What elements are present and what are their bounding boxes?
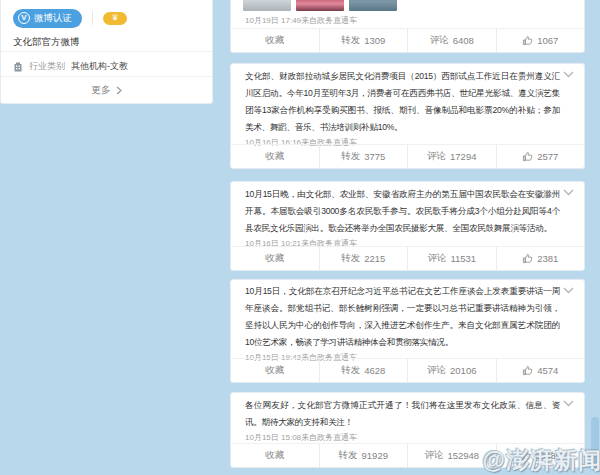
- post-action-bar: 收藏 转发4628 评论20106 4574: [231, 358, 584, 382]
- comment-count: 17294: [450, 151, 476, 162]
- favorite-button[interactable]: 收藏: [231, 145, 319, 168]
- gold-badge-icon[interactable]: ♛: [103, 12, 127, 25]
- post-photo-thumbnail[interactable]: [296, 0, 344, 11]
- badge-divider: [92, 11, 93, 25]
- like-count: 1067: [537, 35, 558, 46]
- favorite-button[interactable]: 收藏: [231, 29, 319, 52]
- favorite-button[interactable]: 收藏: [231, 444, 319, 467]
- comment-count: 152948: [447, 450, 479, 461]
- like-button[interactable]: 4574: [496, 359, 585, 382]
- comment-count: 20106: [450, 365, 476, 376]
- more-link[interactable]: 更多: [1, 82, 212, 98]
- like-count: 2381: [537, 253, 558, 264]
- like-count: 2577: [537, 151, 558, 162]
- verified-badge[interactable]: V 微博认证: [13, 9, 82, 28]
- repost-count: 91929: [362, 450, 388, 461]
- post-text: 10月15日晚，由文化部、农业部、安徽省政府主办的第五届中国农民歌会在安徽滁州开…: [245, 186, 560, 237]
- chevron-down-icon[interactable]: [563, 189, 574, 196]
- chevron-down-icon[interactable]: [563, 71, 574, 78]
- category-row: 行业类别 其他机构-文教: [13, 60, 128, 73]
- post-card: 10月19日 17:49来自政务直通车 收藏 转发1309 评论6408 106…: [230, 0, 585, 53]
- chevron-down-icon[interactable]: [563, 400, 574, 407]
- repost-count: 1309: [364, 35, 385, 46]
- post-text: 10月15日，文化部在京召开纪念习近平总书记在文艺工作座谈会上发表重要讲话一周年…: [245, 283, 560, 351]
- comment-button[interactable]: 评论17294: [407, 145, 496, 168]
- sidebar-divider: [1, 51, 212, 52]
- verified-badge-label: 微博认证: [34, 12, 72, 25]
- like-button[interactable]: 2577: [496, 145, 585, 168]
- post-action-bar: 收藏 转发2215 评论11531 2381: [231, 246, 584, 270]
- thumb-up-icon: [522, 151, 533, 162]
- comment-button[interactable]: 评论6408: [407, 29, 496, 52]
- post-card: 文化部、财政部拉动城乡居民文化消费项目（2015）西部试点工作近日在贵州遵义汇川…: [230, 63, 585, 169]
- post-photo-thumbnail[interactable]: [243, 0, 291, 11]
- post-timestamp[interactable]: 10月15日 15:08: [245, 433, 301, 442]
- comment-button[interactable]: 评论20106: [407, 359, 496, 382]
- post-action-bar: 收藏 转发3775 评论17294 2577: [231, 144, 584, 168]
- post-card: 10月15日，文化部在京召开纪念习近平总书记在文艺工作座谈会上发表重要讲话一周年…: [230, 279, 585, 383]
- more-label: 更多: [92, 84, 111, 97]
- post-timestamp[interactable]: 10月19日 17:49: [245, 16, 301, 25]
- post-photo-thumbnail[interactable]: [349, 0, 397, 11]
- post-card: 10月15日晚，由文化部、农业部、安徽省政府主办的第五届中国农民歌会在安徽滁州开…: [230, 181, 585, 271]
- post-source-link[interactable]: 来自政务直通车: [301, 433, 357, 442]
- post-content: 10月15日，文化部在京召开纪念习近平总书记在文艺工作座谈会上发表重要讲话一周年…: [245, 283, 560, 364]
- category-value: 其他机构-文教: [71, 60, 128, 73]
- like-count: 4574: [537, 365, 558, 376]
- repost-button[interactable]: 转发4628: [319, 359, 408, 382]
- post-action-bar: 收藏 转发1309 评论6408 1067: [231, 28, 584, 52]
- repost-button[interactable]: 转发2215: [319, 247, 408, 270]
- profile-username: 文化部官方微博: [13, 36, 80, 49]
- repost-button[interactable]: 转发1309: [319, 29, 408, 52]
- category-label: 行业类别: [29, 60, 65, 73]
- post-media-thumbnails: [243, 0, 397, 11]
- repost-count: 4628: [364, 365, 385, 376]
- comment-button[interactable]: 评论11531: [407, 247, 496, 270]
- post-content: 10月15日晚，由文化部、农业部、安徽省政府主办的第五届中国农民歌会在安徽滁州开…: [245, 186, 560, 250]
- repost-button[interactable]: 转发3775: [319, 145, 408, 168]
- chevron-down-icon[interactable]: [563, 287, 574, 294]
- post-content: 文化部、财政部拉动城乡居民文化消费项目（2015）西部试点工作近日在贵州遵义汇川…: [245, 68, 560, 149]
- comment-count: 6408: [453, 35, 474, 46]
- badge-row: V 微博认证 ♛: [13, 9, 127, 27]
- comment-count: 11531: [450, 253, 476, 264]
- post-text: 各位网友好，文化部官方微博正式开通了！我们将在这里发布文化政策、信息、资讯。期待…: [245, 397, 560, 431]
- chevron-right-icon: [116, 86, 122, 95]
- like-button[interactable]: 2381: [496, 247, 585, 270]
- repost-button[interactable]: 转发91929: [319, 444, 408, 467]
- favorite-button[interactable]: 收藏: [231, 359, 319, 382]
- post-content: 各位网友好，文化部官方微博正式开通了！我们将在这里发布文化政策、信息、资讯。期待…: [245, 397, 560, 444]
- post-meta: 10月19日 17:49来自政务直通车: [245, 14, 560, 27]
- like-button[interactable]: 1067: [496, 29, 585, 52]
- repost-count: 2215: [364, 253, 385, 264]
- post-text: 文化部、财政部拉动城乡居民文化消费项目（2015）西部试点工作近日在贵州遵义汇川…: [245, 68, 560, 136]
- building-icon: [13, 62, 23, 72]
- post-source-link[interactable]: 来自政务直通车: [301, 16, 357, 25]
- news-watermark: @澎湃新闻: [483, 445, 600, 475]
- verified-v-icon: V: [18, 12, 30, 24]
- favorite-button[interactable]: 收藏: [231, 247, 319, 270]
- profile-card: V 微博认证 ♛ 文化部官方微博 行业类别 其他机构-文教 更多: [0, 0, 213, 104]
- thumb-up-icon: [522, 253, 533, 264]
- thumb-up-icon: [522, 35, 533, 46]
- sidebar-divider: [1, 76, 212, 77]
- thumb-up-icon: [522, 365, 533, 376]
- repost-count: 3775: [364, 151, 385, 162]
- weibo-profile-page: V 微博认证 ♛ 文化部官方微博 行业类别 其他机构-文教 更多: [0, 0, 600, 475]
